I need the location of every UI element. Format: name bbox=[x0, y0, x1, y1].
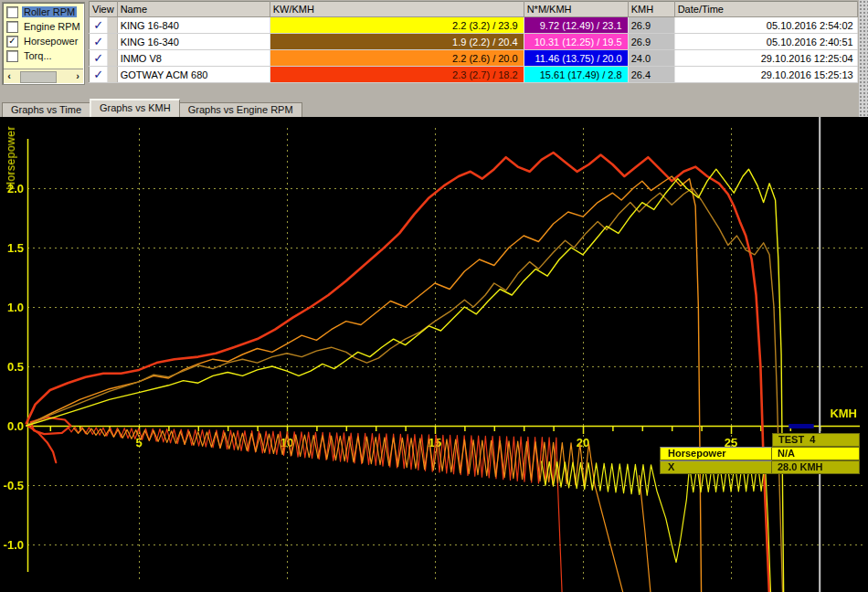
dyno-app: Roller RPM Engine RPM ✓ Horsepower Torq.… bbox=[0, 0, 868, 592]
chart-area: Horsepower KMH TEST 4 Horsepower N/A X 2… bbox=[0, 117, 868, 592]
view-checkmark-icon[interactable]: ✓ bbox=[90, 17, 108, 34]
chart-canvas[interactable] bbox=[0, 117, 868, 592]
tooltip-row-value: N/A bbox=[772, 447, 860, 460]
datetime-value: 05.10.2016 2:40:51 bbox=[674, 34, 857, 50]
checkbox-engine-rpm[interactable] bbox=[6, 21, 18, 33]
top-section: Roller RPM Engine RPM ✓ Horsepower Torq.… bbox=[0, 0, 868, 87]
tooltip-title: TEST 4 bbox=[772, 433, 860, 447]
nm-kmh-value: 10.31 (12.25) / 19.5 bbox=[524, 34, 628, 50]
row-selector[interactable] bbox=[108, 34, 117, 50]
kw-kmh-value: 2.2 (2.6) / 20.0 bbox=[270, 50, 524, 67]
table-row[interactable]: ✓ KING 16-340 1.9 (2.2) / 20.4 10.31 (12… bbox=[90, 34, 858, 50]
run-name: GOTWAY ACM 680 bbox=[117, 67, 270, 83]
channel-item-roller-rpm[interactable]: Roller RPM bbox=[3, 5, 84, 19]
kmh-value: 26.9 bbox=[628, 17, 674, 34]
checkbox-horsepower[interactable]: ✓ bbox=[6, 36, 18, 48]
header-kmh[interactable]: KMH bbox=[628, 2, 674, 17]
row-selector[interactable] bbox=[108, 67, 117, 83]
scroll-left-arrow-icon[interactable]: ‹ bbox=[4, 70, 15, 82]
view-checkmark-icon[interactable]: ✓ bbox=[90, 67, 108, 83]
nm-kmh-value: 9.72 (12.49) / 23.1 bbox=[524, 17, 628, 34]
scrollbar-thumb[interactable] bbox=[20, 71, 57, 83]
tooltip-row-label: Horsepower bbox=[660, 447, 772, 460]
nm-kmh-value: 15.61 (17.49) / 2.8 bbox=[524, 67, 628, 83]
tab-graphs-vs-time[interactable]: Graphs vs Time bbox=[2, 102, 90, 117]
kw-kmh-value: 2.2 (3.2) / 23.9 bbox=[270, 17, 524, 34]
header-kw-kmh[interactable]: KW/KMH bbox=[270, 2, 524, 17]
tooltip-row-value: 28.0 KMH bbox=[772, 460, 860, 474]
window-resize-grip bbox=[859, 0, 868, 117]
run-name: KING 16-840 bbox=[117, 17, 270, 34]
header-view[interactable]: View bbox=[90, 2, 118, 17]
tab-graphs-vs-engine-rpm[interactable]: Graphs vs Engine RPM bbox=[179, 102, 302, 117]
channel-label: Engine RPM bbox=[22, 21, 82, 32]
view-checkmark-icon[interactable]: ✓ bbox=[90, 34, 108, 50]
tooltip-row-label: X bbox=[660, 460, 772, 474]
table-row[interactable]: ✓ GOTWAY ACM 680 2.3 (2.7) / 18.2 15.61 … bbox=[90, 67, 858, 83]
cursor-tooltip: TEST 4 Horsepower N/A X 28.0 KMH bbox=[660, 433, 860, 474]
x-axis-label: KMH bbox=[830, 407, 857, 420]
channel-label: Horsepower bbox=[22, 36, 79, 47]
datetime-value: 05.10.2016 2:54:02 bbox=[674, 17, 857, 34]
scrollbar-track[interactable] bbox=[15, 70, 72, 82]
kw-kmh-value: 1.9 (2.2) / 20.4 bbox=[270, 34, 524, 50]
view-checkmark-icon[interactable]: ✓ bbox=[90, 50, 108, 67]
run-name: KING 16-340 bbox=[117, 34, 270, 50]
row-selector[interactable] bbox=[108, 50, 117, 67]
checkbox-roller-rpm[interactable] bbox=[6, 6, 18, 18]
header-datetime[interactable]: Date/Time bbox=[674, 2, 857, 17]
run-name: INMO V8 bbox=[117, 50, 270, 67]
channel-item-torque[interactable]: Torq... bbox=[3, 48, 84, 63]
panel-scrollbar[interactable]: ‹ › bbox=[4, 69, 83, 83]
kw-kmh-value: 2.3 (2.7) / 18.2 bbox=[270, 67, 524, 83]
channel-item-horsepower[interactable]: ✓ Horsepower bbox=[3, 34, 84, 48]
tab-bar: Graphs vs Time Graphs vs KMH Graphs vs E… bbox=[0, 100, 868, 117]
channel-label: Roller RPM bbox=[22, 6, 77, 17]
kmh-value: 26.4 bbox=[628, 67, 674, 83]
tab-graphs-vs-kmh[interactable]: Graphs vs KMH bbox=[90, 99, 180, 117]
runs-table: View Name KW/KMH N*M/KMH KMH Date/Time ✓… bbox=[89, 1, 858, 83]
table-row[interactable]: ✓ INMO V8 2.2 (2.6) / 20.0 11.46 (13.75)… bbox=[90, 50, 858, 67]
table-header-row: View Name KW/KMH N*M/KMH KMH Date/Time bbox=[90, 2, 858, 17]
channel-label: Torq... bbox=[22, 50, 54, 61]
row-selector[interactable] bbox=[108, 17, 117, 34]
channel-panel: Roller RPM Engine RPM ✓ Horsepower Torq.… bbox=[2, 2, 85, 85]
table-row[interactable]: ✓ KING 16-840 2.2 (3.2) / 23.9 9.72 (12.… bbox=[90, 17, 858, 34]
scroll-right-arrow-icon[interactable]: › bbox=[72, 70, 83, 82]
kmh-value: 26.9 bbox=[628, 34, 674, 50]
checkbox-torque[interactable] bbox=[6, 50, 18, 62]
kmh-value: 24.0 bbox=[628, 50, 674, 67]
channel-item-engine-rpm[interactable]: Engine RPM bbox=[3, 19, 84, 34]
nm-kmh-value: 11.46 (13.75) / 20.0 bbox=[524, 50, 628, 67]
datetime-value: 29.10.2016 15:25:13 bbox=[674, 67, 857, 83]
header-nm-kmh[interactable]: N*M/KMH bbox=[524, 2, 628, 17]
header-name[interactable]: Name bbox=[117, 2, 270, 17]
datetime-value: 29.10.2016 12:25:04 bbox=[674, 50, 857, 67]
y-axis-label: Horsepower bbox=[5, 126, 17, 190]
